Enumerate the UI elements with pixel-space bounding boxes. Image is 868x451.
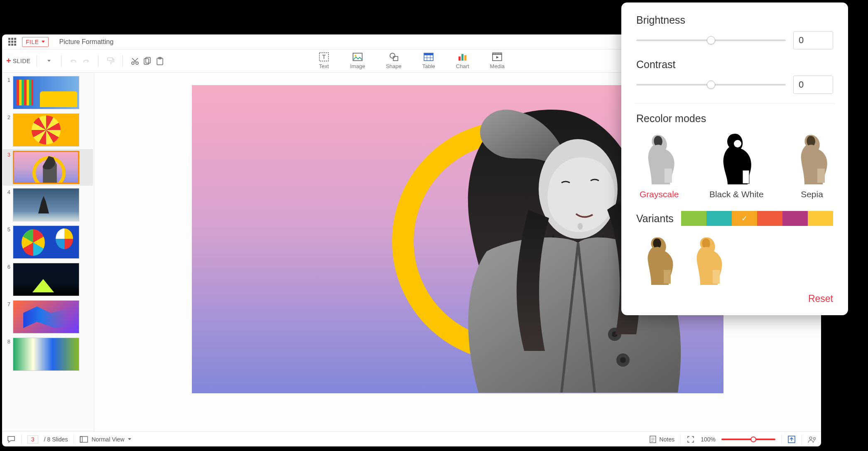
chevron-down-icon: [128, 438, 131, 440]
svg-point-34: [814, 437, 816, 439]
mode-label: Sepia: [801, 189, 823, 199]
undo-button[interactable]: [67, 55, 80, 67]
svg-rect-14: [424, 53, 433, 55]
insert-image-label: Image: [350, 63, 365, 69]
reset-row: Reset: [636, 293, 833, 304]
swatch-green[interactable]: [681, 211, 706, 226]
copy-icon: [144, 57, 151, 65]
contrast-input[interactable]: [793, 76, 833, 94]
swatch-yellow[interactable]: [808, 211, 833, 226]
brightness-slider[interactable]: [636, 39, 786, 41]
clipboard-icon: [156, 57, 164, 65]
file-label: FILE: [26, 39, 39, 45]
cut-button[interactable]: [129, 55, 141, 67]
people-icon: [808, 436, 816, 443]
current-slide-number[interactable]: 3: [27, 435, 38, 444]
svg-point-33: [809, 437, 812, 439]
thumb-image: [13, 338, 79, 371]
shape-icon: [388, 52, 399, 61]
insert-chart-button[interactable]: Chart: [456, 52, 469, 69]
variant-thumb-dark[interactable]: [641, 236, 675, 286]
add-slide-dropdown[interactable]: [43, 55, 55, 67]
recolor-blackwhite[interactable]: Black & White: [709, 133, 764, 199]
format-painter-button[interactable]: [104, 55, 117, 67]
slide-thumb-7[interactable]: 7: [5, 300, 91, 333]
svg-rect-9: [353, 53, 362, 61]
slide-thumb-2[interactable]: 2: [5, 113, 91, 147]
view-mode-selector[interactable]: Normal View: [80, 436, 131, 443]
media-icon: <: [492, 52, 503, 61]
thumb-image: [13, 113, 79, 147]
add-slide-button[interactable]: + SLIDE: [6, 56, 31, 66]
slide-panel[interactable]: 1 2 3 4 5 6 7 8: [2, 73, 94, 431]
picture-format-panel: Brightness Contrast Recolor modes Graysc…: [621, 2, 848, 315]
notes-icon: [650, 436, 656, 443]
contrast-slider[interactable]: [636, 84, 786, 86]
brightness-input[interactable]: [793, 31, 833, 49]
recolor-sepia[interactable]: Sepia: [794, 133, 830, 199]
slide-thumb-3[interactable]: 3: [3, 149, 93, 186]
slide-thumb-8[interactable]: 8: [5, 338, 91, 371]
view-icon: [80, 436, 88, 443]
fullscreen-button[interactable]: [787, 435, 796, 444]
context-title: Picture Formatting: [59, 38, 114, 46]
slide-thumb-6[interactable]: 6: [5, 263, 91, 296]
reset-button[interactable]: Reset: [808, 293, 833, 304]
redo-button[interactable]: [80, 55, 92, 67]
svg-text:T: T: [322, 54, 326, 60]
slider-thumb[interactable]: [707, 81, 715, 89]
divider: [635, 103, 835, 103]
slider-thumb[interactable]: [707, 36, 715, 44]
mode-thumb-grayscale: [641, 133, 677, 185]
contrast-label: Contrast: [636, 59, 833, 71]
status-right: Notes 100%: [650, 435, 816, 444]
insert-text-label: Text: [319, 63, 329, 69]
variant-swatch-strip: ✓: [681, 211, 833, 226]
copy-button[interactable]: [141, 55, 154, 67]
notes-label: Notes: [660, 436, 675, 443]
insert-image-button[interactable]: Image: [350, 52, 365, 69]
svg-rect-35: [664, 169, 672, 183]
file-menu-button[interactable]: FILE: [22, 37, 49, 47]
svg-point-10: [355, 55, 356, 56]
undo-icon: [69, 57, 78, 65]
recolor-modes-row: Grayscale Black & White Sepia: [636, 133, 833, 199]
thumb-image: [13, 151, 79, 184]
plus-icon: +: [6, 56, 11, 66]
swatch-magenta[interactable]: [782, 211, 808, 226]
insert-media-button[interactable]: < Media: [490, 52, 505, 69]
fit-button[interactable]: [687, 435, 695, 444]
thumb-image: [13, 76, 79, 109]
insert-table-label: Table: [422, 63, 435, 69]
svg-rect-39: [664, 270, 671, 284]
check-icon: ✓: [741, 214, 748, 223]
fullscreen-icon: [788, 436, 795, 443]
comments-button[interactable]: [7, 435, 15, 444]
variant-thumbs: [636, 236, 833, 286]
notes-toggle[interactable]: Notes: [650, 436, 675, 443]
swatch-orange[interactable]: ✓: [732, 211, 757, 226]
zoom-handle[interactable]: [750, 436, 756, 442]
swatch-teal[interactable]: [706, 211, 732, 226]
variant-thumb-light[interactable]: [690, 236, 724, 286]
variants-row: Variants ✓: [636, 211, 833, 226]
recolor-grayscale[interactable]: Grayscale: [640, 133, 679, 199]
slide-thumb-5[interactable]: 5: [5, 226, 91, 259]
paste-button[interactable]: [154, 55, 166, 67]
thumb-image: [13, 188, 79, 221]
view-mode-label: Normal View: [91, 436, 124, 443]
insert-text-button[interactable]: T Text: [319, 52, 329, 69]
collaborators-button[interactable]: [808, 435, 816, 444]
zoom-slider[interactable]: [721, 439, 775, 440]
svg-rect-29: [80, 436, 88, 442]
recolor-section-label: Recolor modes: [636, 113, 833, 125]
insert-shape-button[interactable]: Shape: [386, 52, 402, 69]
fit-icon: [687, 436, 694, 443]
slide-thumb-4[interactable]: 4: [5, 188, 91, 221]
slide-thumb-1[interactable]: 1: [5, 76, 91, 109]
variants-label: Variants: [636, 213, 674, 225]
swatch-red[interactable]: [757, 211, 782, 226]
insert-table-button[interactable]: Table: [422, 52, 435, 69]
svg-rect-38: [817, 169, 825, 183]
apps-grid-button[interactable]: [6, 36, 18, 48]
